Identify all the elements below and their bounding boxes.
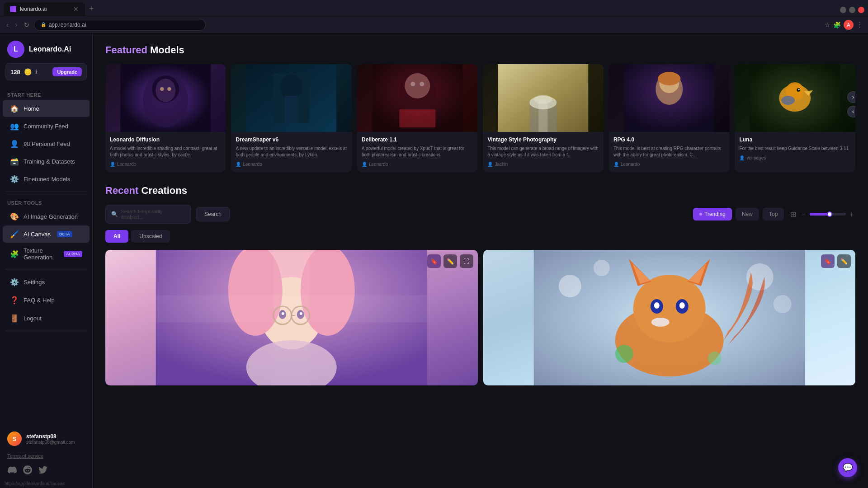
reddit-icon[interactable] xyxy=(23,465,33,475)
plus-zoom-btn[interactable]: + xyxy=(848,208,855,220)
model-6-author-name: voimages xyxy=(746,155,766,160)
image-card-1[interactable]: 🔖 ✏️ ⛶ xyxy=(105,250,478,385)
sidebar-item-texture-label: Texture Generation xyxy=(24,247,57,261)
personal-icon: 👤 xyxy=(10,139,19,148)
svg-point-22 xyxy=(534,95,552,104)
new-tab-btn[interactable]: + xyxy=(85,2,98,15)
sidebar-item-community-label: Community Feed xyxy=(24,123,68,130)
search-button[interactable]: Search xyxy=(196,207,230,221)
model-card-3[interactable]: Deliberate 1.1 A powerful model created … xyxy=(357,64,477,172)
sidebar-item-ai-canvas[interactable]: 🖌️ AI Canvas BETA xyxy=(3,225,90,243)
top-sort-btn[interactable]: Top xyxy=(763,208,784,221)
model-card-1[interactable]: Leonardo Diffusion A model with incredib… xyxy=(105,64,226,172)
window-maximize-btn[interactable] xyxy=(849,7,855,13)
model-4-desc: This model can generate a broad range of… xyxy=(487,145,599,158)
nav-refresh-btn[interactable]: ↻ xyxy=(22,19,31,30)
user-avatar: S xyxy=(7,432,22,446)
sidebar-item-personal[interactable]: 👤 98 Personal Feed xyxy=(3,135,90,152)
model-card-6[interactable]: Luna For the best result keep Guidance S… xyxy=(735,64,855,172)
ai-image-icon: 🎨 xyxy=(10,212,19,221)
model-3-author: 👤 Leonardo xyxy=(362,162,473,167)
model-5-name: RPG 4.0 xyxy=(613,136,725,143)
model-5-desc: This model is best at creating RPG chara… xyxy=(613,145,725,158)
sidebar-item-logout-label: Logout xyxy=(24,315,42,322)
model-5-author: 👤 Leonardo xyxy=(613,162,725,167)
nav-back-btn[interactable]: ‹ xyxy=(5,19,10,31)
image-2-edit-btn[interactable]: ✏️ xyxy=(837,254,851,268)
texture-icon: 🧩 xyxy=(10,249,19,258)
model-4-author-icon: 👤 xyxy=(487,162,493,167)
model-2-author: 👤 Leonardo xyxy=(236,162,347,167)
svg-point-5 xyxy=(156,79,175,102)
model-card-2[interactable]: DreamShaper v6 A new update to an incred… xyxy=(231,64,351,172)
recent-title-highlight: Recent xyxy=(105,185,138,196)
minus-zoom-btn[interactable]: − xyxy=(800,208,807,220)
model-2-info: DreamShaper v6 A new update to an incred… xyxy=(231,132,351,172)
address-bar[interactable]: 🔒 app.leonardo.ai xyxy=(34,19,206,31)
svg-point-35 xyxy=(782,96,795,105)
sidebar-item-home[interactable]: 🏠 Home xyxy=(3,100,90,117)
discord-icon[interactable] xyxy=(7,465,17,475)
svg-point-7 xyxy=(167,87,171,91)
upscaled-filter-tab[interactable]: Upscaled xyxy=(131,230,170,243)
sidebar-item-logout[interactable]: 🚪 Logout xyxy=(3,310,90,327)
tab-close-icon[interactable]: ✕ xyxy=(73,5,79,13)
grid-view-btn[interactable]: ⊞ xyxy=(788,208,798,221)
token-info-icon[interactable]: ℹ xyxy=(35,69,38,75)
all-filter-tab[interactable]: All xyxy=(105,230,128,243)
svg-point-34 xyxy=(798,89,800,90)
search-input-wrap[interactable]: 🔍 Search temporarily disabled... xyxy=(105,205,191,224)
browser-tab[interactable]: leonardo.ai ✕ xyxy=(4,2,85,16)
sidebar-item-faq[interactable]: ❓ FAQ & Help xyxy=(3,291,90,309)
upgrade-button[interactable]: Upgrade xyxy=(52,67,82,76)
sidebar-divider-1 xyxy=(5,192,87,192)
model-4-author: 👤 Jachin xyxy=(487,162,599,167)
model-card-4[interactable]: Vintage Style Photography This model can… xyxy=(483,64,603,172)
search-placeholder-text: Search temporarily disabled... xyxy=(121,209,185,220)
svg-rect-17 xyxy=(399,109,435,127)
image-1-expand-btn[interactable]: ⛶ xyxy=(460,254,473,268)
image-2-save-btn[interactable]: 🔖 xyxy=(821,254,835,268)
featured-title-rest: Models xyxy=(147,44,184,56)
more-options-icon[interactable]: ⋮ xyxy=(856,20,863,29)
model-image-4 xyxy=(483,64,603,132)
svg-point-52 xyxy=(558,275,581,297)
nav-forward-btn[interactable]: › xyxy=(13,19,19,31)
svg-point-28 xyxy=(658,72,680,85)
sidebar-item-training[interactable]: 🗃️ Training & Datasets xyxy=(3,153,90,170)
model-4-name: Vintage Style Photography xyxy=(487,136,599,143)
size-slider[interactable] xyxy=(810,213,846,216)
model-6-desc: For the best result keep Guidance Scale … xyxy=(739,145,850,152)
chat-bubble[interactable]: 💬 xyxy=(838,458,857,477)
search-icon: 🔍 xyxy=(111,211,118,217)
window-close-btn[interactable] xyxy=(858,7,864,13)
sidebar-item-community[interactable]: 👥 Community Feed xyxy=(3,117,90,135)
svg-point-10 xyxy=(280,74,303,99)
bookmark-icon[interactable]: ☆ xyxy=(825,21,830,28)
model-5-author-icon: 👤 xyxy=(613,162,619,167)
model-6-author: 👤 voimages xyxy=(739,155,850,160)
sidebar-item-settings[interactable]: ⚙️ Settings xyxy=(3,273,90,291)
model-card-5[interactable]: RPG 4.0 This model is best at creating R… xyxy=(609,64,729,172)
svg-point-68 xyxy=(708,352,721,365)
profile-icon[interactable]: A xyxy=(844,20,854,30)
community-icon: 👥 xyxy=(10,122,19,131)
twitter-icon[interactable] xyxy=(38,465,48,475)
terms-link[interactable]: Terms of service xyxy=(0,451,92,462)
image-1-edit-btn[interactable]: ✏️ xyxy=(443,254,457,268)
model-6-author-icon: 👤 xyxy=(739,155,745,160)
image-card-2[interactable]: 🔖 ✏️ xyxy=(483,250,856,385)
window-minimize-btn[interactable] xyxy=(840,7,846,13)
model-6-name: Luna xyxy=(739,136,850,143)
sidebar-item-ai-image[interactable]: 🎨 AI Image Generation xyxy=(3,208,90,225)
extensions-icon[interactable]: 🧩 xyxy=(833,21,841,28)
svg-point-15 xyxy=(410,82,415,86)
image-1-save-btn[interactable]: 🔖 xyxy=(427,254,441,268)
beta-badge: BETA xyxy=(57,231,72,237)
sidebar-item-home-label: Home xyxy=(24,105,39,112)
sidebar-item-texture[interactable]: 🧩 Texture Generation ALPHA xyxy=(3,243,90,265)
sidebar-item-finetuned[interactable]: ⚙️ Finetuned Models xyxy=(3,170,90,188)
trending-sort-btn[interactable]: Trending xyxy=(693,208,732,221)
new-sort-btn[interactable]: New xyxy=(736,208,759,221)
brand-section: L Leonardo.Ai xyxy=(0,33,92,63)
